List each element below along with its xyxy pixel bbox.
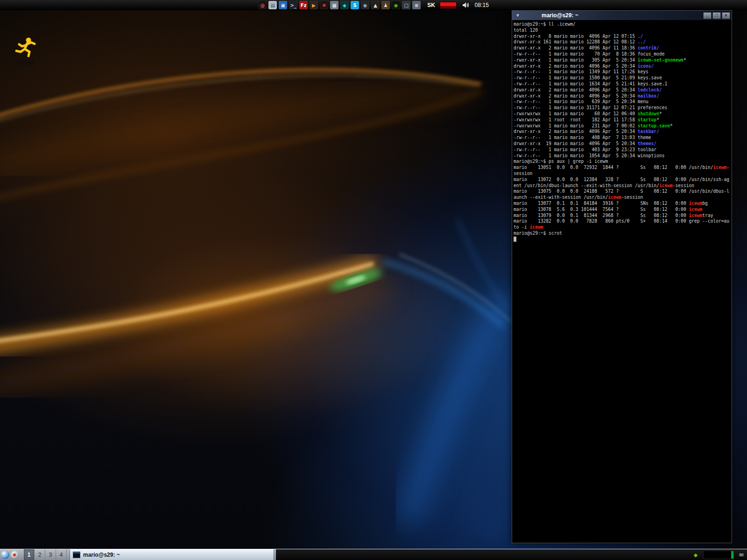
- terminal-line: -rwxrwxrwx 1 mario mario 60 Apr 12 06:40…: [514, 111, 732, 117]
- terminal-line: -rw-r--r-- 1 mario mario 1634 Apr 5 21:4…: [514, 81, 732, 87]
- terminal-line: mario 13282 0.0 0.0 7828 860 pts/0 S+ 08…: [514, 218, 732, 224]
- terminal-line: drwxr-xr-x 8 mario mario 4096 Apr 12 07:…: [514, 34, 732, 40]
- start-menu-button[interactable]: [1, 551, 9, 559]
- panel-icon-row: @▤▣>_Fz▶✖▦◆S◉▲♟◉□≡: [258, 1, 421, 9]
- find-launcher-icon[interactable]: [11, 551, 19, 559]
- workspace-button-4[interactable]: 4: [56, 549, 67, 560]
- terminal-launcher-icon[interactable]: >_: [289, 1, 297, 9]
- terminal-window: ▼ mario@s29: ~ _ □ × mario@s29:~$ ll .ic…: [512, 10, 732, 543]
- bottom-taskbar: 1234 mario@s29: ~ ◆ ✉: [0, 549, 747, 560]
- terminal-line: session: [514, 171, 732, 177]
- debian-icon[interactable]: @: [258, 1, 267, 9]
- terminal-line: drwxr-xr-x 19 mario mario 4096 Apr 5 20:…: [514, 141, 732, 147]
- tray-nvidia-icon[interactable]: ◆: [692, 551, 699, 559]
- running-man-icon: [14, 36, 36, 58]
- terminal-line: -rw-r--r-- 1 mario mario 31171 Apr 12 07…: [514, 105, 732, 111]
- display-settings-icon[interactable]: □: [402, 1, 410, 9]
- tray-mail-icon[interactable]: ✉: [738, 551, 745, 559]
- terminal-line: -rwxr-xr-x 1 mario mario 305 Apr 5 20:34…: [514, 57, 732, 63]
- volume-icon[interactable]: [462, 2, 469, 8]
- terminal-line: mario 13072 0.0 0.0 12384 328 ? Ss 08:12…: [514, 177, 732, 183]
- file-manager-icon[interactable]: ▣: [279, 1, 287, 9]
- desktop-icon-homer[interactable]: homer: [7, 36, 43, 66]
- terminal-line: drwxr-xr-x 2 mario mario 4096 Apr 5 20:3…: [514, 93, 732, 99]
- terminal-line: -rw-r--r-- 1 mario mario 1500 Apr 5 21:0…: [514, 75, 732, 81]
- terminal-line: mario@s29:~$ scrot: [514, 231, 732, 237]
- terminal-titlebar[interactable]: ▼ mario@s29: ~ _ □ ×: [512, 11, 732, 21]
- desktop-pager-icon[interactable]: ▤: [268, 1, 277, 9]
- terminal-line: to -i icewm: [514, 224, 732, 231]
- terminal-line: -rw-r--r-- 1 mario mario 1349 Apr 11 17:…: [514, 69, 732, 75]
- window-title: mario@s29: ~: [542, 12, 702, 19]
- keyboard-layout-indicator[interactable]: SK: [427, 2, 435, 8]
- system-monitor-icon[interactable]: ≡: [412, 1, 421, 9]
- terminal-line: drwxr-xr-x 2 mario mario 4096 Apr 5 20:3…: [514, 129, 732, 135]
- maximize-button[interactable]: □: [712, 12, 721, 19]
- terminal-line: ent /usr/bin/dbus-launch --exit-with-ses…: [514, 183, 732, 189]
- terminal-cursor: [514, 237, 516, 242]
- workspace-button-2[interactable]: 2: [35, 549, 45, 560]
- terminal-line: drwxr-xr-x 2 mario mario 4096 Apr 5 20:3…: [514, 63, 732, 70]
- taskbar-task-terminal[interactable]: mario@s29: ~: [70, 549, 274, 560]
- camera-app-icon[interactable]: ◉: [361, 1, 369, 9]
- taskbar-launchers: [0, 549, 20, 560]
- panel-clock: 08:15: [475, 2, 489, 8]
- window-menu-button[interactable]: ▼: [514, 12, 522, 19]
- workspace-button-3[interactable]: 3: [45, 549, 56, 560]
- terminal-line: mario@s29:~$ ps aux | grep -i icewm: [514, 159, 732, 165]
- terminal-line: drwxr-xr-x 2 mario mario 4096 Apr 11 18:…: [514, 45, 732, 51]
- workspace-button-1[interactable]: 1: [24, 549, 35, 560]
- terminal-line: total 120: [514, 28, 732, 34]
- terminal-line: mario 13079 0.0 0.1 81344 2968 ? Ss 08:1…: [514, 213, 732, 219]
- layout-flag-icon[interactable]: [440, 2, 457, 9]
- task-window-icon: [73, 552, 80, 558]
- top-panel: @▤▣>_Fz▶✖▦◆S◉▲♟◉□≡ SK 08:15: [0, 0, 747, 10]
- nvidia-settings-icon[interactable]: ◉: [392, 1, 400, 9]
- speaker-glyph: [462, 2, 469, 8]
- task-label: mario@s29: ~: [83, 552, 120, 558]
- image-viewer-icon[interactable]: ▲: [371, 1, 380, 9]
- package-manager-icon[interactable]: ▦: [330, 1, 338, 9]
- close-button[interactable]: ×: [722, 12, 730, 19]
- cpu-monitor-applet[interactable]: [703, 551, 734, 559]
- terminal-line: -rw-r--r-- 1 mario mario 1054 Apr 5 20:3…: [514, 153, 732, 159]
- terminal-line: -rwxrwxrwx 1 mario mario 231 Apr 7 00:02…: [514, 123, 732, 129]
- terminal-line: mario 13051 0.0 0.0 72932 1844 ? Ss 08:1…: [514, 165, 732, 171]
- terminal-line: mario 13077 0.1 0.1 84184 3916 ? SNs 08:…: [514, 201, 732, 207]
- skype-icon[interactable]: S: [351, 1, 359, 9]
- minimize-button[interactable]: _: [703, 12, 712, 19]
- media-player-icon[interactable]: ▶: [310, 1, 318, 9]
- filezilla-icon[interactable]: Fz: [299, 1, 308, 9]
- cut-tool-icon[interactable]: ✖: [320, 1, 328, 9]
- gem-app-icon[interactable]: ◆: [340, 1, 349, 9]
- desktop-icon-label: homer: [16, 59, 35, 66]
- taskbar-tray: ◆ ✉: [276, 549, 747, 560]
- terminal-output[interactable]: mario@s29:~$ ll .icewm/total 120drwxr-xr…: [512, 21, 732, 543]
- terminal-line: [514, 237, 732, 243]
- terminal-line: -rwxrwxrwx 1 root root 182 Apr 11 17:58 …: [514, 117, 732, 123]
- terminal-line: mario 13078 5.6 0.3 101444 7564 ? Ss 08:…: [514, 207, 732, 213]
- workspace-switcher: 1234: [24, 549, 67, 560]
- terminal-line: mario 13075 0.0 0.0 24188 572 ? S 08:12 …: [514, 189, 732, 195]
- terminal-line: aunch --exit-with-session /usr/bin/icewm…: [514, 195, 732, 201]
- contacts-icon[interactable]: ♟: [381, 1, 390, 9]
- terminal-line: -rw-r--r-- 1 mario mario 70 Apr 8 18:36 …: [514, 51, 732, 57]
- terminal-line: -rw-r--r-- 1 mario mario 639 Apr 5 20:34…: [514, 99, 732, 105]
- terminal-line: -rw-r--r-- 1 mario mario 408 Apr 7 13:03…: [514, 135, 732, 141]
- terminal-line: -rw-r--r-- 1 mario mario 403 Apr 9 23:23…: [514, 147, 732, 153]
- terminal-line: drwxr-xr-x 2 mario mario 4096 Apr 5 20:3…: [514, 87, 732, 93]
- terminal-line: drwxr-xr-x 161 mario mario 12288 Apr 12 …: [514, 39, 732, 45]
- terminal-line: mario@s29:~$ ll .icewm/: [514, 21, 732, 28]
